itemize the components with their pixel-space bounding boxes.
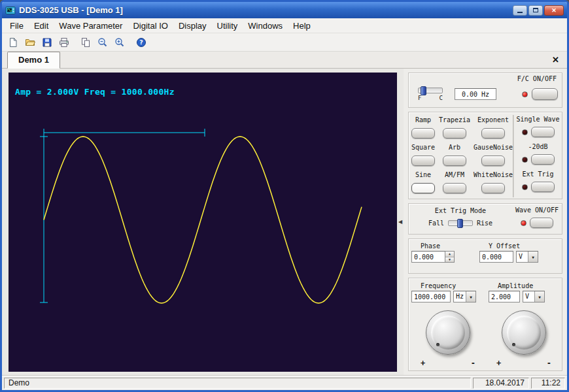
amplitude-input[interactable] xyxy=(489,291,520,302)
menu-edit[interactable]: Edit xyxy=(29,19,54,33)
trig-edge-slider[interactable] xyxy=(448,220,473,226)
y-offset-unit-select[interactable]: V ▼ xyxy=(516,251,538,263)
panel-splitter[interactable]: ◀ xyxy=(397,69,404,375)
wave-button-square[interactable] xyxy=(411,155,435,166)
wave-button-gausenoise[interactable] xyxy=(481,155,505,166)
minus20db-button[interactable] xyxy=(531,154,555,165)
menu-help[interactable]: Help xyxy=(288,19,316,33)
titlebar[interactable]: DDS-3025 USB - [Demo 1] ✕ xyxy=(2,2,567,18)
wave-label-gausenoise: GauseNoise xyxy=(474,144,513,151)
f-label: F xyxy=(418,95,421,101)
open-button[interactable] xyxy=(22,35,38,50)
collapse-left-icon: ◀ xyxy=(398,220,402,225)
maximize-icon xyxy=(533,8,538,12)
fc-slider[interactable] xyxy=(418,88,443,93)
sine-wave xyxy=(44,137,362,303)
knob-plus-label: + xyxy=(496,359,501,368)
trig-slider-grip[interactable] xyxy=(457,219,463,228)
new-button[interactable] xyxy=(5,35,21,50)
single-wave-label: Single Wave xyxy=(516,115,559,124)
wave-select-group: Ramp Trapezia Exponent Square Arb GauseN… xyxy=(408,112,562,199)
wave-onoff-label: Wave ON/OFF xyxy=(515,206,559,215)
app-window: DDS-3025 USB - [Demo 1] ✕ File Edit Wave… xyxy=(0,0,569,392)
menu-wave-parameter[interactable]: Wave Parameter xyxy=(54,19,128,33)
fc-value-display: 0.00 Hz xyxy=(455,88,496,100)
printer-icon xyxy=(59,37,69,48)
fc-led xyxy=(522,91,528,97)
wave-button-trapezia[interactable] xyxy=(443,128,466,139)
waveform-plot xyxy=(9,73,397,372)
minimize-icon xyxy=(517,12,523,13)
y-offset-input[interactable] xyxy=(479,251,513,263)
frequency-knob[interactable]: + - xyxy=(415,309,481,369)
phase-offset-group: Phase ▲ ▼ Y Offset V xyxy=(408,238,562,274)
menu-display[interactable]: Display xyxy=(173,19,212,33)
help-icon: ? xyxy=(136,37,147,48)
wave-label-exponent: Exponent xyxy=(477,116,509,123)
measurement-cursors xyxy=(40,129,205,302)
wave-button-exponent[interactable] xyxy=(481,128,505,139)
amplitude-knob[interactable]: + - xyxy=(491,309,557,369)
menu-utility[interactable]: Utility xyxy=(212,19,243,33)
chevron-down-icon: ▼ xyxy=(534,291,544,302)
save-button[interactable] xyxy=(39,35,55,50)
wave-label-trapezia: Trapezia xyxy=(439,116,470,123)
app-icon xyxy=(5,5,16,16)
svg-text:?: ? xyxy=(139,39,143,46)
fc-slider-grip[interactable] xyxy=(421,86,426,95)
spin-down-icon[interactable]: ▼ xyxy=(445,257,454,263)
copy-icon xyxy=(80,37,91,48)
wave-onoff-button[interactable] xyxy=(530,218,553,228)
wave-grid: Ramp Trapezia Exponent Square Arb GauseN… xyxy=(410,115,513,197)
wave-onoff-led xyxy=(521,220,526,226)
fc-onoff-label: F/C ON/OFF xyxy=(517,75,557,84)
phase-spinner[interactable]: ▲ ▼ xyxy=(445,251,455,263)
spin-up-icon[interactable]: ▲ xyxy=(445,252,454,257)
frequency-input[interactable] xyxy=(411,291,451,302)
single-wave-button[interactable] xyxy=(531,127,555,137)
menu-digital-io[interactable]: Digital IO xyxy=(128,19,173,33)
wave-button-ramp[interactable] xyxy=(411,128,435,139)
wave-button-arb[interactable] xyxy=(443,155,466,166)
fc-onoff-button[interactable] xyxy=(532,88,558,100)
toolbar: ? xyxy=(2,33,567,52)
wave-button-amfm[interactable] xyxy=(443,183,466,193)
knob-indicator-dot xyxy=(436,343,440,346)
menu-file[interactable]: File xyxy=(5,19,29,33)
control-panel: F/C ON/OFF F C 0.00 Hz xyxy=(404,69,567,375)
minus20db-led xyxy=(522,157,528,163)
ext-trig-label: Ext Trig xyxy=(522,170,553,179)
ext-trig-button[interactable] xyxy=(531,182,555,192)
menu-windows[interactable]: Windows xyxy=(243,19,288,33)
print-button[interactable] xyxy=(56,35,72,50)
phase-input[interactable] xyxy=(411,251,445,263)
new-document-icon xyxy=(8,37,18,48)
tab-close-icon[interactable]: ✕ xyxy=(552,55,559,65)
wave-label-whitenoise: WhiteNoise xyxy=(474,171,513,178)
copy-button[interactable] xyxy=(78,35,94,50)
maximize-button[interactable] xyxy=(528,5,543,16)
amplitude-unit-select[interactable]: V ▼ xyxy=(523,291,545,302)
frequency-unit-select[interactable]: Hz ▼ xyxy=(453,291,476,302)
zoom-out-button[interactable] xyxy=(95,35,111,50)
wave-button-sine[interactable] xyxy=(411,183,435,193)
ext-trig-mode-label: Ext Trig Mode xyxy=(435,206,486,216)
zoom-in-button[interactable] xyxy=(112,35,128,50)
help-button[interactable]: ? xyxy=(133,35,149,50)
minimize-button[interactable] xyxy=(513,5,527,16)
status-bar: Demo 18.04.2017 11:22 xyxy=(2,375,567,390)
wave-label-arb: Arb xyxy=(449,144,460,151)
wave-label-sine: Sine xyxy=(415,171,431,178)
knob-dial[interactable] xyxy=(502,310,546,355)
wave-button-whitenoise[interactable] xyxy=(481,183,505,193)
knob-dial[interactable] xyxy=(426,310,470,355)
freq-amp-group: Frequency Hz ▼ Amplitude xyxy=(408,278,562,371)
c-label: C xyxy=(440,95,443,101)
scope-readout: Amp = 2.000V Freq = 1000.000Hz xyxy=(15,87,175,97)
knob-indicator-dot xyxy=(512,343,515,346)
menu-bar: File Edit Wave Parameter Digital IO Disp… xyxy=(2,18,567,33)
knob-minus-label: - xyxy=(547,359,551,368)
tab-demo1[interactable]: Demo 1 xyxy=(7,52,60,69)
status-date: 18.04.2017 xyxy=(473,378,529,389)
close-button[interactable]: ✕ xyxy=(544,5,564,16)
